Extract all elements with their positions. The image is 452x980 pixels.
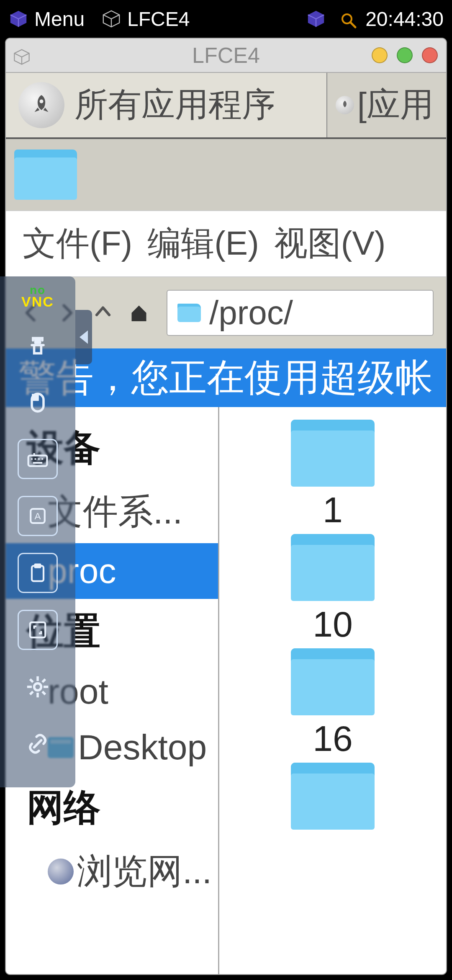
close-button[interactable] — [422, 47, 438, 63]
svg-point-20 — [41, 458, 43, 460]
path-folder-icon — [177, 304, 201, 322]
svg-line-7 — [350, 22, 355, 27]
svg-rect-14 — [32, 394, 38, 401]
svg-point-10 — [40, 100, 44, 103]
novnc-controlbar: no VNC A — [0, 276, 75, 787]
menu-edit[interactable]: 编辑(E) — [147, 221, 259, 266]
titlebar-wireframe-icon — [13, 46, 31, 64]
rocket-icon — [18, 82, 64, 128]
folder-item[interactable]: 10 — [291, 534, 375, 645]
folder-icon — [291, 420, 375, 487]
task-title[interactable]: LFCE4 — [127, 8, 190, 31]
clock: 20:44:30 — [365, 8, 444, 31]
folder-item[interactable] — [291, 763, 375, 830]
phone-status-bar: Menu LFCE4 20:44:30 — [0, 0, 452, 38]
tab-all-apps-label: 所有应用程序 — [74, 83, 275, 128]
svg-line-34 — [42, 679, 45, 682]
svg-line-32 — [30, 679, 33, 682]
novnc-clipboard-button[interactable] — [18, 553, 58, 593]
svg-rect-25 — [34, 563, 41, 568]
svg-rect-15 — [28, 455, 47, 466]
globe-icon — [48, 859, 74, 885]
svg-line-33 — [42, 691, 45, 694]
launcher-folder-row — [6, 139, 446, 210]
folder-name: 16 — [313, 718, 353, 759]
folder-name: 10 — [313, 603, 353, 645]
novnc-logo-bottom: VNC — [21, 294, 54, 309]
sidebar-item-label: Desktop — [78, 727, 207, 768]
minimize-button[interactable] — [372, 47, 388, 63]
svg-text:A: A — [35, 511, 41, 521]
tab-app-active[interactable]: [应用 — [326, 73, 446, 137]
menu-view[interactable]: 视图(V) — [274, 221, 386, 266]
novnc-keyboard-button[interactable] — [18, 439, 58, 479]
svg-point-19 — [38, 458, 40, 460]
window-titlebar[interactable]: LFCE4 — [6, 39, 446, 72]
window-title: LFCE4 — [192, 43, 260, 68]
novnc-settings-button[interactable] — [18, 667, 58, 707]
tab-all-apps[interactable]: 所有应用程序 — [6, 73, 326, 137]
novnc-disconnect-button[interactable] — [18, 724, 58, 764]
sidebar-item-browse-network[interactable]: 浏览网... — [6, 840, 218, 903]
svg-point-27 — [34, 683, 41, 690]
nav-home-button[interactable] — [126, 300, 152, 325]
svg-line-35 — [30, 691, 33, 694]
svg-line-36 — [34, 740, 41, 747]
maximize-button[interactable] — [397, 47, 413, 63]
svg-rect-11 — [34, 338, 41, 344]
launcher-tabbar: 所有应用程序 [应用 — [6, 72, 446, 139]
filemanager-menubar: 文件(F) 编辑(E) 视图(V) — [6, 210, 446, 277]
menu-file[interactable]: 文件(F) — [23, 221, 132, 266]
folder-item[interactable]: 16 — [291, 648, 375, 759]
launcher-folder-icon[interactable] — [14, 150, 77, 200]
rocket-icon — [336, 96, 354, 114]
menu-label[interactable]: Menu — [34, 8, 85, 31]
window-controls — [372, 47, 438, 63]
svg-point-18 — [34, 458, 36, 460]
novnc-logo: no VNC — [21, 285, 54, 308]
nav-up-button[interactable] — [90, 300, 116, 325]
novnc-extra-keys-button[interactable]: A — [18, 496, 58, 536]
folder-icon — [291, 648, 375, 715]
novnc-drag-button[interactable] — [18, 325, 58, 365]
novnc-fullscreen-button[interactable] — [18, 610, 58, 650]
folder-icon — [291, 763, 375, 830]
path-text: /proc/ — [209, 294, 293, 332]
svg-rect-26 — [30, 622, 45, 637]
folder-item[interactable]: 1 — [291, 420, 375, 531]
task-wireframe-icon[interactable] — [101, 9, 121, 29]
svg-point-17 — [31, 458, 33, 460]
search-icon[interactable] — [340, 10, 357, 27]
folder-name: 1 — [323, 489, 343, 531]
tab-app-active-label: [应用 — [357, 83, 434, 128]
sidebar-item-label: 浏览网... — [77, 848, 212, 895]
tray-cube-icon[interactable] — [306, 9, 326, 29]
novnc-handle[interactable] — [75, 310, 92, 364]
novnc-mouse-button[interactable] — [18, 382, 58, 422]
menu-cube-icon[interactable] — [8, 9, 28, 29]
path-entry[interactable]: /proc/ — [167, 290, 434, 336]
folder-icon — [291, 534, 375, 601]
folder-icon-view[interactable]: 1 10 16 — [219, 407, 446, 974]
svg-rect-21 — [33, 462, 42, 464]
chevron-left-icon — [80, 330, 88, 344]
